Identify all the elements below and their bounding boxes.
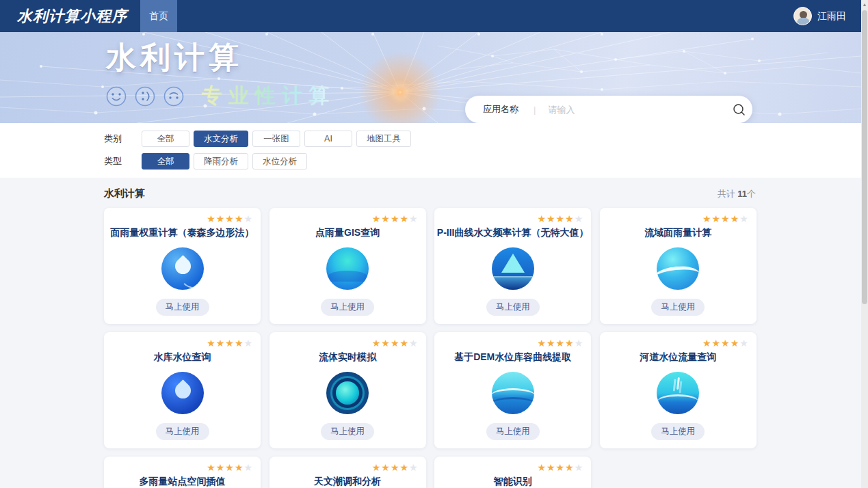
star-icon: ★ [556,338,565,349]
scroll-up-arrow[interactable]: ▲ [861,0,868,9]
rating-stars: ★★★★★ [434,208,591,224]
filter-type-all[interactable]: 全部 [142,153,189,170]
rating-stars: ★★★★★ [434,332,591,349]
app-card[interactable]: ★★★★★ P-III曲线水文频率计算（无特大值） 马上使用 [434,208,591,324]
app-title: 点雨量GIS查询 [269,227,426,239]
app-card[interactable]: ★★★★★ 水库水位查询 马上使用 [104,332,261,448]
star-icon: ★ [381,214,390,224]
dem-waves-icon [492,372,534,414]
star-icon: ★ [565,338,574,349]
use-now-button[interactable]: 马上使用 [321,299,374,316]
star-icon: ★ [225,338,234,349]
star-icon: ★ [537,338,546,349]
user-menu[interactable]: 江雨田 [793,0,861,32]
app-card[interactable]: ★★★★★ 智能识别 马上使用 [434,457,591,488]
vertical-scrollbar[interactable]: ▲ [861,0,868,488]
app-card[interactable]: ★★★★★ 面雨量权重计算（泰森多边形法） 马上使用 [104,208,261,324]
rating-stars: ★★★★★ [269,332,426,349]
app-grid: ★★★★★ 面雨量权重计算（泰森多边形法） 马上使用 ★★★★★ 点雨量GIS查… [104,208,756,488]
app-title: 水库水位查询 [104,351,261,364]
filter-category-ai[interactable]: AI [304,131,352,147]
star-icon: ★ [409,214,418,224]
filter-category-maptools[interactable]: 地图工具 [356,131,411,147]
reservoir-drop-icon [161,372,204,414]
top-navbar: 水利计算小程序 首页 江雨田 [0,0,861,32]
section-header: 水利计算 共计 11个 [104,187,756,200]
filter-category-all[interactable]: 全部 [142,131,189,147]
star-icon: ★ [207,338,215,349]
app-card[interactable]: ★★★★★ 点雨量GIS查询 马上使用 [269,208,426,324]
star-icon: ★ [381,463,390,473]
hero-subtitle: 专业性计算 [202,82,335,110]
fluid-orb-icon [326,372,369,414]
star-icon: ★ [537,214,546,224]
star-icon: ★ [244,338,252,349]
star-icon: ★ [381,338,390,349]
star-icon: ★ [712,214,721,224]
star-icon: ★ [575,338,583,349]
navbar-spacer [177,0,793,32]
app-title: P-III曲线水文频率计算（无特大值） [434,227,591,239]
app-card[interactable]: ★★★★★ 基于DEM水位库容曲线提取 马上使用 [434,332,591,448]
use-now-button[interactable]: 马上使用 [486,423,540,440]
star-icon: ★ [372,214,381,224]
star-icon: ★ [547,463,555,473]
star-icon: ★ [235,214,244,224]
use-now-button[interactable]: 马上使用 [651,423,705,440]
app-title: 天文潮调和分析 [269,476,426,488]
tab-home[interactable]: 首页 [140,0,177,32]
main-content: 水利计算 共计 11个 ★★★★★ 面雨量权重计算（泰森多边形法） 马上使用 ★… [0,178,861,488]
rating-stars: ★★★★★ [600,332,757,349]
star-icon: ★ [556,463,565,473]
app-card[interactable]: ★★★★★ 流体实时模拟 马上使用 [269,332,426,448]
star-icon: ★ [575,463,583,473]
user-avatar[interactable] [793,7,812,25]
star-icon: ★ [702,214,711,224]
rating-stars: ★★★★★ [104,332,261,349]
star-icon: ★ [731,214,739,224]
filter-category-onemap[interactable]: 一张图 [252,131,300,147]
search-icon[interactable] [725,96,752,123]
star-icon: ★ [721,214,730,224]
search-category-label[interactable]: 应用名称 [483,103,518,116]
app-count: 共计 11个 [718,188,756,200]
filter-type-rainfall[interactable]: 降雨分析 [194,153,248,170]
star-icon: ★ [391,463,399,473]
search-input[interactable] [548,105,725,115]
use-now-button[interactable]: 马上使用 [156,299,209,316]
star-icon: ★ [399,463,408,473]
star-icon: ★ [225,463,234,473]
filter-type-waterlevel[interactable]: 水位分析 [252,153,307,170]
filter-category-hydrology[interactable]: 水文分析 [194,131,248,147]
app-card[interactable]: ★★★★★ 天文潮调和分析 马上使用 [269,457,426,488]
star-icon: ★ [739,338,748,349]
app-card[interactable]: ★★★★★ 多雨量站点空间插值 马上使用 [104,457,261,488]
star-icon: ★ [391,338,399,349]
star-icon: ★ [235,338,244,349]
app-card[interactable]: ★★★★★ 流域面雨量计算 马上使用 [600,208,757,324]
star-icon: ★ [537,463,546,473]
star-icon: ★ [565,463,574,473]
star-icon: ★ [216,214,225,224]
use-now-button[interactable]: 马上使用 [486,299,540,316]
filter-row-category: 类别 全部 水文分析 一张图 AI 地图工具 [104,131,861,147]
star-icon: ★ [391,214,399,224]
use-now-button[interactable]: 马上使用 [651,299,705,316]
rating-stars: ★★★★★ [104,457,261,473]
p3-curve-mountain-icon [492,247,534,290]
rating-stars: ★★★★★ [434,457,591,473]
use-now-button[interactable]: 马上使用 [156,423,209,440]
filter-type-label: 类型 [104,155,142,167]
gis-globe-icon [326,247,369,290]
star-icon: ★ [731,338,739,349]
use-now-button[interactable]: 马上使用 [321,423,374,440]
app-title: 河道水位流量查询 [600,351,757,364]
scrollbar-thumb[interactable] [862,10,867,304]
star-icon: ★ [244,463,252,473]
smiley-face-icon [106,86,127,107]
app-card[interactable]: ★★★★★ 河道水位流量查询 马上使用 [600,332,757,448]
app-title: 流体实时模拟 [269,351,426,364]
section-title: 水利计算 [104,187,145,200]
winking-face-icon [135,86,155,107]
star-icon: ★ [225,214,234,224]
